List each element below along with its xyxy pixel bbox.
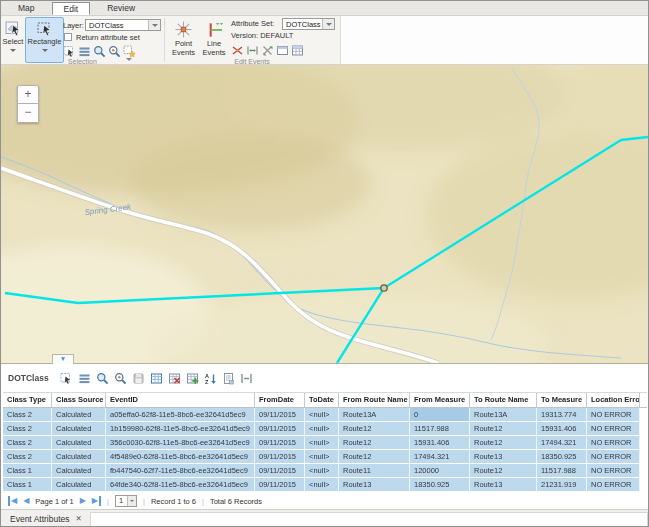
table-row[interactable]: Class 1Calculated64fde340-62f8-11e5-8bc6… (3, 478, 647, 492)
table-cell[interactable]: Calculated (52, 422, 106, 435)
table-cell[interactable]: Calculated (52, 478, 106, 491)
attribute-set-dropdown-arrow-icon[interactable] (322, 19, 334, 29)
table-row[interactable]: Class 2Calculated1b159980-62f8-11e5-8bc6… (3, 422, 647, 436)
return-attribute-set-checkbox[interactable] (64, 33, 72, 41)
table-cell[interactable]: NO ERROR (587, 478, 640, 491)
table-cell[interactable]: 19313.774 (537, 408, 587, 421)
point-events-button[interactable]: Point Events (168, 17, 199, 63)
column-header-fromdate[interactable]: FromDate (255, 393, 305, 407)
next-page-button[interactable]: ▶ (80, 496, 86, 506)
save-edits-icon[interactable] (132, 372, 145, 385)
table-cell[interactable]: Route13A (339, 408, 410, 421)
table-cell[interactable]: <null> (305, 436, 339, 449)
table-cell[interactable]: Route12 (470, 422, 537, 435)
tab-map[interactable]: Map (7, 1, 46, 15)
form-view-icon[interactable] (222, 372, 235, 385)
attributes-panel-icon[interactable] (276, 44, 289, 57)
zoom-out-button[interactable]: − (17, 104, 39, 123)
events-grid-icon[interactable] (291, 44, 304, 57)
table-cell[interactable]: 09/11/2015 (255, 408, 305, 421)
table-cell[interactable]: Route13 (470, 478, 537, 491)
table-menu-icon[interactable] (78, 372, 91, 385)
table-cell[interactable]: 356c0030-62f8-11e5-8bc6-ee32641d5ec9 (106, 436, 255, 449)
zoom-to-selected-icon[interactable] (93, 45, 106, 58)
table-cell[interactable]: 4f5489e0-62f8-11e5-8bc6-ee32641d5ec9 (106, 450, 255, 463)
column-header-eventid[interactable]: EventID (106, 393, 255, 407)
column-header-to-measure[interactable]: To Measure (537, 393, 587, 407)
delete-record-icon[interactable] (168, 372, 181, 385)
previous-page-button[interactable]: ◀ (23, 496, 29, 506)
table-cell[interactable]: <null> (305, 450, 339, 463)
table-collapse-button[interactable]: ▼ (52, 354, 74, 364)
first-page-button[interactable]: ◀ (8, 496, 17, 506)
table-cell[interactable]: Route13 (470, 450, 537, 463)
pan-to-record-icon[interactable] (114, 372, 127, 385)
zoom-in-button[interactable]: + (17, 85, 39, 104)
tab-review[interactable]: Review (96, 1, 146, 15)
event-attributes-tab[interactable]: Event Attributes ✕ (1, 510, 90, 527)
snap-event-icon[interactable] (261, 44, 274, 57)
select-dropdown-icon[interactable] (10, 49, 16, 55)
tab-edit[interactable]: Edit (52, 2, 91, 15)
column-header-todate[interactable]: ToDate (305, 393, 339, 407)
table-cell[interactable]: 17494.321 (537, 436, 587, 449)
column-header-from-route-name[interactable]: From Route Name (339, 393, 410, 407)
table-cell[interactable]: Route12 (470, 464, 537, 477)
table-cell[interactable]: Route12 (470, 436, 537, 449)
line-events-button[interactable]: Line Events (200, 17, 228, 63)
last-page-button[interactable]: ▶ (92, 496, 101, 506)
attribute-set-combobox[interactable]: DOTClass (282, 18, 335, 30)
switch-table-icon[interactable] (150, 372, 163, 385)
table-cell[interactable]: NO ERROR (587, 464, 640, 477)
table-cell[interactable]: Route13 (339, 478, 410, 491)
table-cell[interactable]: 09/11/2015 (255, 464, 305, 477)
fit-columns-icon[interactable] (240, 372, 253, 385)
table-row[interactable]: Class 2Calculateda05effa0-62f8-11e5-8bc6… (3, 408, 647, 422)
table-row[interactable]: Class 1Calculatedfb447540-62f7-11e5-8bc6… (3, 464, 647, 478)
rectangle-select-button[interactable]: Rectangle (25, 17, 64, 63)
column-header-to-route-name[interactable]: To Route Name (470, 393, 537, 407)
table-cell[interactable]: <null> (305, 422, 339, 435)
table-cell[interactable]: 0 (410, 408, 470, 421)
table-cell[interactable]: Calculated (52, 408, 106, 421)
table-cell[interactable]: <null> (305, 408, 339, 421)
table-cell[interactable]: 1b159980-62f8-11e5-8bc6-ee32641d5ec9 (106, 422, 255, 435)
pan-to-selected-icon[interactable] (108, 45, 121, 58)
select-records-icon[interactable] (60, 372, 73, 385)
table-cell[interactable]: Route12 (339, 450, 410, 463)
table-cell[interactable]: 09/11/2015 (255, 436, 305, 449)
table-cell[interactable]: 18350.925 (410, 478, 470, 491)
zoom-to-record-icon[interactable] (96, 372, 109, 385)
column-header-class-source[interactable]: Class Source (52, 393, 106, 407)
column-header-from-measure[interactable]: From Measure (410, 393, 470, 407)
table-cell[interactable]: NO ERROR (587, 436, 640, 449)
column-header-class-type[interactable]: Class Type (3, 393, 52, 407)
page-number-dropdown-icon[interactable] (127, 496, 136, 506)
table-cell[interactable]: NO ERROR (587, 422, 640, 435)
table-row[interactable]: Class 2Calculated4f5489e0-62f8-11e5-8bc6… (3, 450, 647, 464)
table-cell[interactable]: Class 2 (3, 408, 52, 421)
clear-selection-icon[interactable] (123, 45, 136, 58)
table-cell[interactable]: Calculated (52, 436, 106, 449)
layer-combobox[interactable]: DOTClass (85, 19, 161, 31)
table-cell[interactable]: 15931.406 (410, 436, 470, 449)
add-record-icon[interactable] (186, 372, 199, 385)
table-cell[interactable]: 09/11/2015 (255, 450, 305, 463)
sort-records-icon[interactable]: AZ (204, 372, 217, 385)
selection-list-icon[interactable] (78, 45, 91, 58)
table-cell[interactable]: 09/11/2015 (255, 422, 305, 435)
table-cell[interactable]: 15931.406 (537, 422, 587, 435)
table-cell[interactable]: Class 2 (3, 436, 52, 449)
page-number-combobox[interactable]: 1 (115, 495, 137, 507)
table-cell[interactable]: 21231.919 (537, 478, 587, 491)
table-cell[interactable]: 18350.925 (537, 450, 587, 463)
table-cell[interactable]: <null> (305, 464, 339, 477)
table-cell[interactable]: a05effa0-62f8-11e5-8bc6-ee32641d5ec9 (106, 408, 255, 421)
table-cell[interactable]: Class 2 (3, 450, 52, 463)
split-event-icon[interactable] (231, 44, 244, 57)
table-cell[interactable]: Calculated (52, 450, 106, 463)
layer-dropdown-arrow-icon[interactable] (148, 20, 160, 30)
table-cell[interactable]: Route11 (339, 464, 410, 477)
select-features-icon[interactable] (63, 45, 76, 58)
table-row[interactable]: Class 2Calculated356c0030-62f8-11e5-8bc6… (3, 436, 647, 450)
